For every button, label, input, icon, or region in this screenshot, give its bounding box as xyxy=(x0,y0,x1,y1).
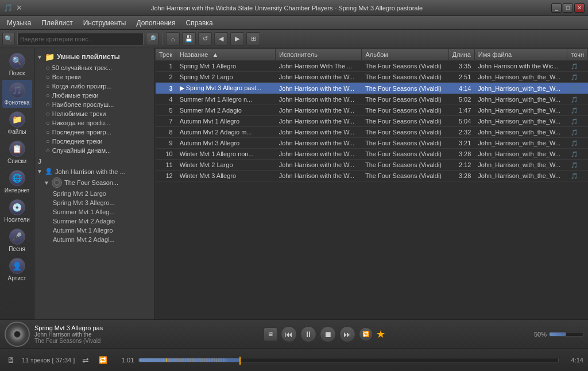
menu-help[interactable]: Справка xyxy=(181,18,217,28)
table-row[interactable]: 8 Autumn Mvt 2 Adagio m... John Harrison… xyxy=(156,127,588,138)
tree-track-5[interactable]: Autumn Mvt 1 Allegro xyxy=(34,226,154,235)
previous-button[interactable]: ⏮ xyxy=(281,326,297,342)
toolbar-extra-button[interactable]: ⊞ xyxy=(246,32,260,46)
progress-bar[interactable] xyxy=(138,358,559,362)
tree-track-1[interactable]: Spring Mvt 2 Largo xyxy=(34,189,154,198)
tree-track-3[interactable]: Summer Mvt 1 Alleg... xyxy=(34,207,154,217)
table-row[interactable]: 11 Winter Mvt 2 Largo John Harrison with… xyxy=(156,160,588,171)
cell-num: 3 xyxy=(156,83,176,94)
tree-item-neverplayed[interactable]: ○ Никогда не просlu... xyxy=(34,118,154,127)
menu-addons[interactable]: Дополнения xyxy=(132,18,180,28)
col-header-title[interactable]: Название ▲ xyxy=(176,49,276,61)
tree-item-mostplayed[interactable]: ○ Наиболее прослуш... xyxy=(34,100,154,109)
lists-icon: 📋 xyxy=(9,141,25,157)
col-header-length[interactable]: Длина xyxy=(448,49,474,61)
sidebar-item-library[interactable]: 🎵 Фонотека xyxy=(2,80,32,108)
tree-artist-label: John Harrison with the ... xyxy=(55,168,125,175)
repeat-status-button[interactable]: 🔁 xyxy=(96,354,109,366)
col-header-album[interactable]: Альбом xyxy=(362,49,448,61)
shuffle-button[interactable]: ⇄ xyxy=(79,354,92,366)
search-placeholder: Введите критерии поис... xyxy=(20,36,94,42)
cell-title: Winter Mvt 3 Allegro xyxy=(176,171,276,181)
tree-item-favorites[interactable]: ○ Любимые треки xyxy=(34,91,154,100)
tree-item-everplayed[interactable]: ○ Когда-либо проигр... xyxy=(34,82,154,91)
table-row[interactable]: 9 Autumn Mvt 3 Allegro John Harrison wit… xyxy=(156,138,588,149)
sidebar-item-media[interactable]: 💿 Носители xyxy=(2,197,32,225)
player-controls: 🖥 ⏮ ⏸ ⏹ ⏭ 🔁 ★ xyxy=(264,326,385,342)
menu-bar: Музыка Плейлист Инструменты Дополнения С… xyxy=(0,16,588,30)
sidebar-item-lists[interactable]: 📋 Списки xyxy=(2,138,32,167)
minimize-button[interactable]: _ xyxy=(551,3,562,13)
tree-album-icon xyxy=(52,177,62,188)
toolbar-next-button[interactable]: ▶ xyxy=(230,32,244,46)
col-header-filename[interactable]: Имя файла xyxy=(474,49,567,61)
search-toggle-button[interactable]: 🔍 xyxy=(2,33,15,45)
smart-playlists-header[interactable]: ▼ 📁 Умные плейлисты xyxy=(34,51,154,63)
col-header-artist[interactable]: Исполнитель xyxy=(276,49,362,61)
pause-button[interactable]: ⏸ xyxy=(300,326,316,342)
tree-artist-header[interactable]: ▼ 👤 John Harrison with the ... xyxy=(34,167,154,176)
search-icon: 🔍 xyxy=(9,53,25,69)
toolbar-save-button[interactable]: 💾 xyxy=(182,32,196,46)
repeat-button[interactable]: 🔁 xyxy=(359,327,373,341)
maximize-button[interactable]: □ xyxy=(563,3,573,13)
tree-item-favorites-label: Любимые треки xyxy=(52,92,99,99)
tree-item-recenttracks[interactable]: ○ Последние треки xyxy=(34,137,154,146)
stop-button[interactable]: ⏹ xyxy=(320,326,336,342)
cell-filename: John_Harrison_with_the_W... xyxy=(474,83,567,94)
toolbar-refresh-button[interactable]: ↺ xyxy=(198,32,212,46)
tree-album-header[interactable]: ▼ The Four Season... xyxy=(34,176,154,189)
table-row[interactable]: 3 ▶ Spring Mvt 3 Allegro past... John Ha… xyxy=(156,83,588,94)
tree-item-randomdynamic[interactable]: ○ Случайный динам... xyxy=(34,146,154,155)
volume-bar[interactable] xyxy=(549,332,583,337)
cell-rating: 🎵 xyxy=(567,94,588,105)
cell-rating: 🎵 xyxy=(567,138,588,149)
col-header-rating[interactable]: точн xyxy=(567,49,588,61)
tree-track-6[interactable]: Autumn Mvt 2 Adagi... xyxy=(34,235,154,244)
tree-item-unliked[interactable]: ○ Нелюбимые треки xyxy=(34,109,154,118)
sidebar-item-search[interactable]: 🔍 Поиск xyxy=(2,51,32,79)
search-submit-button[interactable]: 🔎 xyxy=(146,33,158,45)
sidebar-item-song[interactable]: 🎤 Песня xyxy=(2,226,32,254)
col-header-num[interactable]: Трек xyxy=(156,49,176,61)
menu-instruments[interactable]: Инструменты xyxy=(79,18,131,28)
table-row[interactable]: 10 Winter Mvt 1 Allegro non... John Harr… xyxy=(156,149,588,160)
table-row[interactable]: 2 Spring Mvt 2 Largo John Harrison with … xyxy=(156,72,588,83)
cell-album: The Four Seasons (Vivaldi) xyxy=(362,72,448,83)
table-row[interactable]: 1 Spring Mvt 1 Allegro John Harrison Wit… xyxy=(156,61,588,72)
cell-length: 4:14 xyxy=(448,83,474,94)
search-box[interactable]: Введите критерии поис... xyxy=(17,33,144,45)
toolbar-home-button[interactable]: ⌂ xyxy=(166,32,180,46)
current-track-title: Spring Mvt 3 Allegro pas xyxy=(34,324,115,331)
toolbar-prev-button[interactable]: ◀ xyxy=(214,32,228,46)
menu-muzyka[interactable]: Музыка xyxy=(2,18,36,28)
tree-item-50random[interactable]: ○ 50 случайных трек... xyxy=(34,63,154,72)
cell-num: 4 xyxy=(156,94,176,105)
table-row[interactable]: 7 Autumn Mvt 1 Allegro John Harrison wit… xyxy=(156,116,588,127)
playlist-icon-mostplayed: ○ xyxy=(46,101,50,108)
table-row[interactable]: 4 Summer Mvt 1 Allegro n... John Harriso… xyxy=(156,94,588,105)
playlist-icon-lastplayed: ○ xyxy=(46,129,50,136)
table-row[interactable]: 5 Summer Mvt 2 Adagio John Harrison with… xyxy=(156,105,588,116)
cell-artist: John Harrison with the W... xyxy=(276,83,362,94)
tree-j-section: J ▼ 👤 John Harrison with the ... ▼ The F… xyxy=(34,155,154,245)
sidebar-item-internet[interactable]: 🌐 Интернет xyxy=(2,168,32,196)
sidebar-item-files[interactable]: 📁 Файлы xyxy=(2,109,32,137)
next-button[interactable]: ⏭ xyxy=(339,326,355,342)
cell-filename: John_Harrison_with_the_W... xyxy=(474,94,567,105)
sidebar-item-artist[interactable]: 👤 Артист xyxy=(2,256,32,284)
menu-playlist[interactable]: Плейлист xyxy=(37,18,77,28)
status-screen-icon[interactable]: 🖥 xyxy=(5,354,17,366)
tree-track-4[interactable]: Summer Mvt 2 Adagio xyxy=(34,217,154,226)
sidebar-label-artist: Артист xyxy=(8,275,26,281)
screen-view-button[interactable]: 🖥 xyxy=(264,327,277,341)
title-bar-controls[interactable]: _ □ ✕ xyxy=(551,3,585,13)
close-button[interactable]: ✕ xyxy=(574,3,585,13)
table-row[interactable]: 12 Winter Mvt 3 Allegro John Harrison wi… xyxy=(156,171,588,181)
tree-item-alltracks[interactable]: ○ Все треки xyxy=(34,72,154,82)
cell-artist: John Harrison with the W... xyxy=(276,127,362,138)
tree-track-2[interactable]: Spring Mvt 3 Allegro... xyxy=(34,198,154,207)
tree-item-lastplayed[interactable]: ○ Последнее проигр... xyxy=(34,127,154,137)
cell-artist: John Harrison with the W... xyxy=(276,116,362,127)
favorite-button[interactable]: ★ xyxy=(376,328,385,341)
